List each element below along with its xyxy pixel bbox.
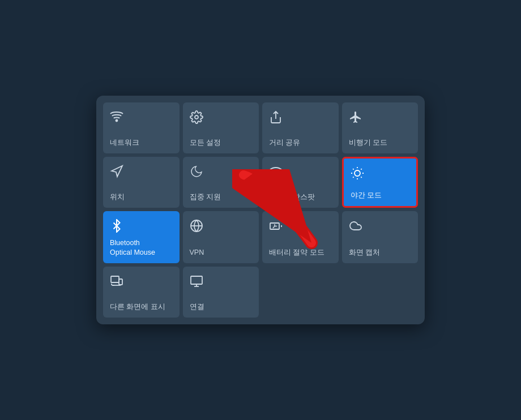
- connect-icon: [190, 275, 203, 290]
- location-icon: [110, 165, 123, 181]
- battery-saver-label: 배터리 절약 모드: [269, 248, 324, 258]
- svg-line-13: [353, 177, 353, 177]
- svg-point-6: [355, 170, 360, 176]
- tile-nearby-share[interactable]: 거리 공유: [262, 102, 339, 153]
- svg-line-10: [361, 177, 361, 177]
- tile-screen-capture[interactable]: 화면 캡처: [342, 211, 418, 263]
- battery-saver-icon: [269, 219, 283, 235]
- svg-marker-4: [112, 166, 122, 177]
- tile-battery-saver[interactable]: 배터리 절약 모드: [262, 211, 339, 263]
- tile-settings[interactable]: 모든 설정: [183, 102, 259, 153]
- svg-line-18: [273, 226, 275, 229]
- svg-rect-24: [191, 276, 202, 284]
- tile-focus[interactable]: 집중 지원: [183, 157, 259, 208]
- project-label: 다른 화면에 표시: [110, 302, 165, 312]
- airplane-icon: [349, 110, 362, 126]
- network-icon: [110, 110, 123, 126]
- tile-empty2: [342, 267, 418, 318]
- tile-bluetooth[interactable]: Bluetooth Optical Mouse: [103, 211, 180, 263]
- svg-rect-22: [119, 279, 122, 285]
- screen-capture-label: 화면 캡처: [349, 248, 380, 258]
- hotspot-icon: [269, 165, 283, 181]
- nearby-share-label: 거리 공유: [269, 138, 300, 148]
- tile-empty1: [262, 267, 339, 318]
- svg-line-9: [353, 169, 353, 169]
- bluetooth-icon: [110, 219, 123, 235]
- location-label: 위치: [110, 192, 125, 202]
- focus-icon: [190, 165, 203, 181]
- night-mode-icon: [351, 166, 364, 182]
- tile-night-mode[interactable]: 야간 모드: [342, 157, 418, 208]
- tile-airplane[interactable]: 비행기 모드: [342, 102, 418, 153]
- svg-rect-21: [111, 276, 119, 282]
- network-label: 네트워크: [110, 138, 139, 148]
- quick-settings-panel: 네트워크모든 설정거리 공유비행기 모드위치집중 지원모바일 핫스팟야간 모드B…: [96, 96, 425, 324]
- vpn-label: VPN: [190, 248, 204, 258]
- connect-label: 연결: [190, 302, 204, 312]
- airplane-label: 비행기 모드: [349, 138, 387, 148]
- settings-label: 모든 설정: [190, 138, 221, 148]
- bluetooth-label: Bluetooth Optical Mouse: [110, 238, 155, 258]
- settings-icon: [190, 110, 203, 126]
- hotspot-label: 모바일 핫스팟: [269, 192, 315, 202]
- tile-network[interactable]: 네트워크: [103, 102, 180, 153]
- focus-label: 집중 지원: [190, 192, 221, 202]
- svg-line-14: [361, 169, 361, 169]
- tile-hotspot[interactable]: 모바일 핫스팟: [262, 157, 339, 208]
- tile-project[interactable]: 다른 화면에 표시: [103, 267, 180, 318]
- svg-point-1: [116, 120, 118, 122]
- night-mode-label: 야간 모드: [351, 191, 382, 200]
- screen-capture-icon: [349, 219, 362, 235]
- nearby-share-icon: [269, 110, 283, 126]
- tile-vpn[interactable]: VPN: [183, 211, 259, 263]
- tile-location[interactable]: 위치: [103, 157, 180, 208]
- project-icon: [110, 275, 123, 290]
- vpn-icon: [190, 219, 203, 235]
- svg-point-2: [195, 115, 198, 119]
- tile-connect[interactable]: 연결: [183, 267, 259, 318]
